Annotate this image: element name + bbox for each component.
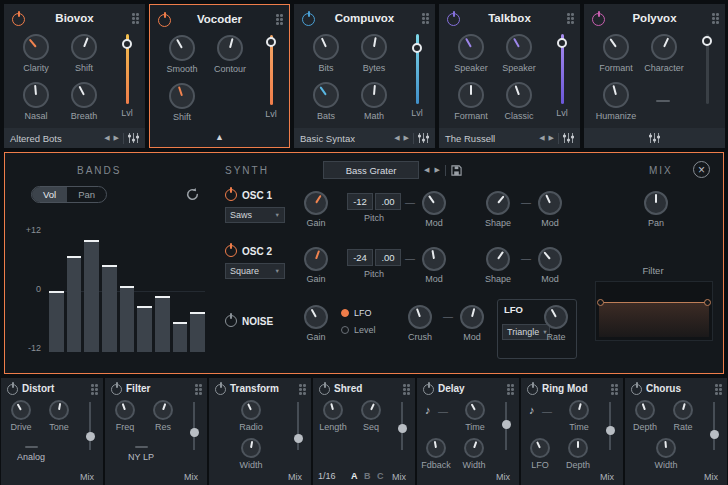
next-preset-button[interactable]: ▶: [114, 134, 119, 142]
slider-thumb[interactable]: [122, 39, 132, 49]
dial[interactable]: [569, 400, 589, 420]
dial[interactable]: [408, 305, 432, 329]
dial[interactable]: [23, 82, 49, 108]
math-knob[interactable]: Math: [352, 82, 396, 121]
width-knob[interactable]: Width: [231, 438, 271, 470]
dial[interactable]: [361, 400, 381, 420]
osc1-shape-knob[interactable]: Shape: [479, 191, 517, 228]
drag-handle-icon[interactable]: [567, 13, 574, 24]
crush-knob[interactable]: Crush: [401, 305, 439, 342]
dial[interactable]: [241, 438, 261, 458]
seq-b-button[interactable]: B: [364, 471, 371, 481]
drag-handle-icon[interactable]: [299, 384, 306, 395]
breath-knob[interactable]: Breath: [62, 82, 106, 121]
distort-mode-select[interactable]: Analog: [1, 446, 61, 462]
dial[interactable]: [656, 438, 676, 458]
pan-toggle[interactable]: Pan: [67, 187, 106, 202]
rate-knob[interactable]: Rate: [665, 400, 701, 432]
dial[interactable]: [651, 34, 677, 60]
mix-slider[interactable]: [505, 402, 507, 450]
character-knob[interactable]: Character: [642, 34, 686, 73]
drag-handle-icon[interactable]: [422, 13, 429, 24]
dial[interactable]: [361, 82, 387, 108]
filter-band[interactable]: [599, 302, 709, 337]
slider-track[interactable]: [561, 34, 564, 104]
slider-track[interactable]: [706, 34, 709, 104]
mixer-icon[interactable]: [418, 133, 429, 143]
prev-synth-preset-button[interactable]: ◀: [424, 166, 429, 174]
dial[interactable]: [486, 247, 510, 271]
slider-thumb[interactable]: [86, 432, 95, 441]
slider-track[interactable]: [416, 34, 419, 104]
slider-thumb[interactable]: [294, 434, 303, 443]
osc1-shape-mod-knob[interactable]: Mod: [531, 191, 569, 228]
dial[interactable]: [426, 438, 446, 458]
freq-knob[interactable]: Freq: [107, 400, 143, 432]
dial[interactable]: [460, 305, 484, 329]
drag-handle-icon[interactable]: [507, 384, 514, 395]
depth-knob[interactable]: Depth: [627, 400, 663, 432]
mix-slider[interactable]: [89, 402, 91, 450]
osc1-pitch[interactable]: -12 .00 Pitch: [347, 193, 401, 223]
seq-a-button[interactable]: A: [351, 471, 358, 481]
osc2-wave-select[interactable]: Square ▼: [225, 263, 285, 279]
dial[interactable]: [603, 82, 629, 108]
drag-handle-icon[interactable]: [715, 384, 722, 395]
reset-bands-icon[interactable]: [185, 187, 200, 205]
bands-chart[interactable]: [49, 230, 205, 352]
preset-name[interactable]: Basic Syntax: [300, 133, 355, 144]
dial[interactable]: [115, 400, 135, 420]
mixer-icon[interactable]: [563, 133, 574, 143]
pitch-cents-field[interactable]: .00: [375, 193, 401, 210]
band-bar[interactable]: [190, 312, 205, 352]
bats-knob[interactable]: Bats: [304, 82, 348, 121]
power-icon[interactable]: [319, 384, 330, 395]
dial[interactable]: [304, 247, 328, 271]
dial[interactable]: [71, 82, 97, 108]
bytes-knob[interactable]: Bytes: [352, 34, 396, 73]
filter-handle-right[interactable]: [704, 299, 711, 306]
bits-knob[interactable]: Bits: [304, 34, 348, 73]
slider-thumb[interactable]: [606, 426, 615, 435]
dial[interactable]: [506, 34, 532, 60]
slider-track[interactable]: [270, 35, 273, 105]
osc2-pitch[interactable]: -24 .00 Pitch: [347, 249, 401, 279]
next-preset-button[interactable]: ▶: [549, 134, 554, 142]
noise-gain-knob[interactable]: Gain: [297, 305, 335, 342]
dial[interactable]: [538, 247, 562, 271]
mix-slider[interactable]: [193, 402, 195, 450]
close-icon[interactable]: ×: [693, 161, 710, 178]
slider-thumb[interactable]: [710, 430, 719, 439]
filter-handle-left[interactable]: [597, 299, 604, 306]
res-knob[interactable]: Res: [145, 400, 181, 432]
osc1-wave-select[interactable]: Saws ▼: [225, 207, 285, 223]
module-biovox[interactable]: Biovox Clarity Shift Nasal Breath Lvl Al…: [4, 4, 145, 148]
band-bar[interactable]: [120, 286, 135, 352]
power-icon[interactable]: [631, 384, 642, 395]
dial[interactable]: [458, 82, 484, 108]
note-sync-icon[interactable]: ♪: [425, 404, 431, 416]
depth-knob[interactable]: Depth: [559, 438, 597, 470]
dial[interactable]: [49, 400, 69, 420]
width-knob[interactable]: Width: [455, 438, 493, 470]
lfo-radio[interactable]: LFO: [341, 308, 376, 318]
mix-slider[interactable]: [297, 402, 299, 450]
drive-knob[interactable]: Drive: [3, 400, 39, 432]
dial[interactable]: [241, 400, 261, 420]
formant-knob[interactable]: Formant: [594, 34, 638, 73]
filter-type-select[interactable]: NY LP: [109, 446, 173, 462]
slider-thumb[interactable]: [190, 428, 199, 437]
osc2-shape-mod-knob[interactable]: Mod: [531, 247, 569, 284]
slider-thumb[interactable]: [702, 36, 712, 46]
seq-knob[interactable]: Seq: [353, 400, 389, 432]
speaker-knob-2[interactable]: Speaker: [497, 34, 541, 73]
dial[interactable]: [506, 82, 532, 108]
dial[interactable]: [23, 34, 49, 60]
power-icon[interactable]: [158, 14, 171, 27]
power-icon[interactable]: [527, 384, 538, 395]
dial[interactable]: [313, 34, 339, 60]
dial[interactable]: [422, 191, 446, 215]
contour-knob[interactable]: Contour: [208, 35, 252, 74]
dial[interactable]: [153, 400, 173, 420]
crush-mod-knob[interactable]: Mod: [453, 305, 491, 342]
